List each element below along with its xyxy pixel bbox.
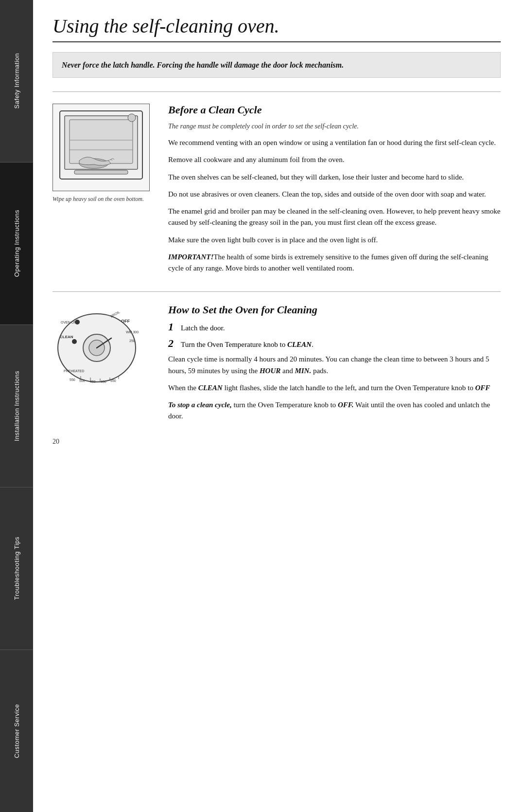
section2-para-2: When the CLEAN light flashes, slide the … xyxy=(168,382,501,394)
section2-heading: How to Set the Oven for Cleaning xyxy=(168,304,501,316)
svg-text:350: 350 xyxy=(110,379,116,382)
section2-layout: OFF BROIL WM 300 250 CLEAN OVEN ON 550 xyxy=(52,304,501,428)
step-2-text: Turn the Oven Temperature knob to CLEAN. xyxy=(181,338,314,350)
svg-text:400: 400 xyxy=(101,380,106,383)
section2-right: How to Set the Oven for Cleaning 1 Latch… xyxy=(168,304,501,428)
svg-text:PREHEATED: PREHEATED xyxy=(64,369,84,373)
image-caption: Wipe up heavy soil on the oven bottom. xyxy=(52,195,150,203)
step-2-number: 2 xyxy=(168,338,178,349)
step-1-text: Latch the door. xyxy=(181,321,225,334)
step-2-text-before: Turn the Oven Temperature knob to xyxy=(181,341,287,348)
section1-right: Before a Clean Cycle The range must be c… xyxy=(168,104,501,280)
important-label: IMPORTANT! xyxy=(168,253,213,261)
knob-illustration: OFF BROIL WM 300 250 CLEAN OVEN ON 550 xyxy=(52,307,140,385)
sidebar-label-installation: Installation Instructions xyxy=(13,371,20,441)
stop-italic-prefix: To stop a clean cycle, xyxy=(168,401,232,409)
oven-svg xyxy=(55,106,147,189)
section1-layout: Wipe up heavy soil on the oven bottom. B… xyxy=(52,104,501,280)
oven-illustration xyxy=(52,104,150,191)
section1-left: Wipe up heavy soil on the oven bottom. xyxy=(52,104,155,280)
title-divider xyxy=(52,41,501,42)
svg-text:BROIL: BROIL xyxy=(110,310,121,318)
svg-text:450: 450 xyxy=(90,380,96,383)
page-number: 20 xyxy=(52,438,501,446)
knob-svg: OFF BROIL WM 300 250 CLEAN OVEN ON 550 xyxy=(54,309,139,384)
step-2-text-italic: CLEAN xyxy=(287,341,312,348)
svg-point-18 xyxy=(75,320,80,325)
step-1: 1 Latch the door. xyxy=(168,321,501,334)
sidebar-section-installation: Installation Instructions xyxy=(0,325,33,487)
svg-text:WM 300: WM 300 xyxy=(126,330,139,334)
svg-text:CLEAN: CLEAN xyxy=(60,335,73,339)
section1-para-6: Make sure the oven light bulb cover is i… xyxy=(168,235,501,246)
section2-stop-para: To stop a clean cycle, turn the Oven Tem… xyxy=(168,399,501,422)
section1-heading: Before a Clean Cycle xyxy=(168,104,501,116)
section1-important: IMPORTANT!The health of some birds is ex… xyxy=(168,252,501,274)
sidebar-label-troubleshooting: Troubleshooting Tips xyxy=(13,537,20,600)
section2-left: OFF BROIL WM 300 250 CLEAN OVEN ON 550 xyxy=(52,304,155,428)
step-1-number: 1 xyxy=(168,321,178,333)
svg-text:500: 500 xyxy=(79,379,85,382)
section1-italic-intro: The range must be completely cool in ord… xyxy=(168,121,501,131)
svg-point-7 xyxy=(128,114,136,122)
svg-rect-6 xyxy=(74,170,128,174)
step-2: 2 Turn the Oven Temperature knob to CLEA… xyxy=(168,338,501,350)
sidebar-label-customer: Customer Service xyxy=(13,704,20,758)
section1-para-4: Do not use abrasives or oven cleaners. C… xyxy=(168,189,501,200)
section1-para-1: We recommend venting with an open window… xyxy=(168,137,501,148)
page-title: Using the self-cleaning oven. xyxy=(52,15,501,37)
section1-para-3: The oven shelves can be self-cleaned, bu… xyxy=(168,172,501,183)
sidebar-section-troubleshooting: Troubleshooting Tips xyxy=(0,487,33,650)
main-content: Using the self-cleaning oven. Never forc… xyxy=(33,0,525,465)
section1-para-2: Remove all cookware and any aluminum foi… xyxy=(168,154,501,165)
section-divider-2 xyxy=(52,291,501,292)
sidebar-label-safety: Safety Information xyxy=(13,53,20,109)
section1-para-5: The enamel grid and broiler pan may be c… xyxy=(168,206,501,229)
important-text-body: The health of some birds is extremely se… xyxy=(168,253,488,272)
warning-box: Never force the latch handle. Forcing th… xyxy=(52,52,501,78)
sidebar-section-operating: Operating Instructions xyxy=(0,162,33,325)
sidebar-label-operating: Operating Instructions xyxy=(13,210,20,277)
svg-text:550: 550 xyxy=(70,378,75,381)
svg-rect-2 xyxy=(70,120,133,163)
svg-text:OVEN ON: OVEN ON xyxy=(61,321,76,324)
svg-text:OFF: OFF xyxy=(121,319,130,324)
step-2-text-after: . xyxy=(312,341,314,348)
sidebar: Safety Information Operating Instruction… xyxy=(0,0,33,812)
svg-text:250: 250 xyxy=(129,339,135,343)
section2-para-1: Clean cycle time is normally 4 hours and… xyxy=(168,354,501,377)
sidebar-section-customer: Customer Service xyxy=(0,650,33,812)
svg-point-19 xyxy=(72,339,77,344)
section-divider-1 xyxy=(52,91,501,92)
sidebar-section-safety: Safety Information xyxy=(0,0,33,162)
